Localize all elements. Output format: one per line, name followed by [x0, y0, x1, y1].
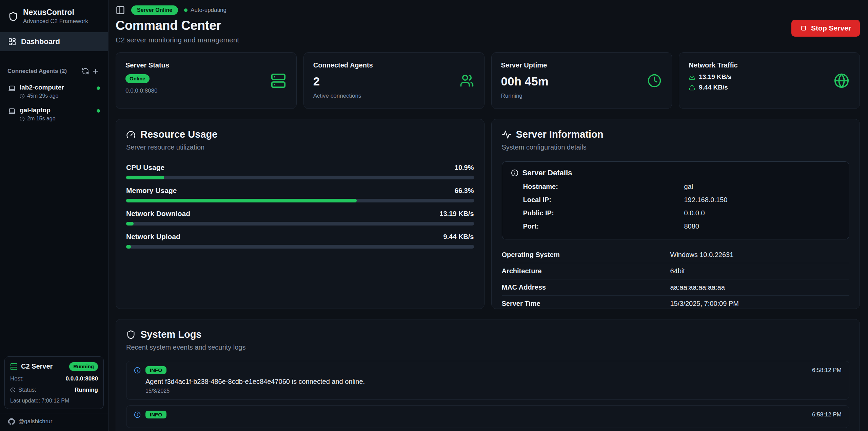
add-agent-button[interactable]	[91, 66, 101, 76]
shield-icon	[126, 330, 136, 339]
progress-fill	[126, 245, 131, 249]
clock-icon	[20, 94, 25, 99]
refresh-agents-button[interactable]	[80, 66, 91, 76]
server-online-badge: Server Online	[131, 5, 178, 15]
progress-bar	[126, 176, 474, 179]
plus-icon	[92, 67, 99, 75]
resource-metrics: CPU Usage 10.9% Memory Usage 66.3%	[126, 163, 474, 249]
download-value: 13.19 KB/s	[699, 73, 731, 81]
info-row-architecture: Architecture 64bit	[502, 263, 850, 279]
stop-server-label: Stop Server	[811, 24, 851, 32]
network-upload-row: 9.44 KB/s	[689, 84, 850, 91]
app-name: NexusControl	[23, 8, 88, 17]
resource-usage-subtitle: Server resource utilization	[126, 143, 474, 151]
auto-updating-dot	[184, 8, 188, 12]
stat-value: 00h 45m	[501, 75, 663, 88]
metric-value: 13.19 KB/s	[439, 210, 474, 218]
info-label: Architecture	[502, 267, 670, 275]
server-details-title: Server Details	[522, 169, 572, 177]
detail-value: 0.0.0.0	[684, 209, 705, 217]
shield-icon	[8, 12, 18, 22]
upload-icon	[689, 84, 695, 91]
log-message: Agent f3d4ac1f-b238-486e-8cdb-e1ec84e470…	[145, 378, 842, 386]
detail-label: Local IP:	[523, 196, 684, 204]
stop-square-icon	[800, 25, 807, 32]
log-entry: INFO 6:58:12 PM Agent f3d4ac1f-b238-486e…	[126, 361, 849, 400]
server-info-rows: Operating System Windows 10.0.22631 Arch…	[502, 247, 850, 312]
agent-item-gal-laptop[interactable]: gal-laptop 2m 15s ago	[3, 104, 105, 124]
agent-item-lab2-computer[interactable]: lab2-computer 45m 29s ago	[3, 81, 105, 102]
server-running-badge: Running	[69, 362, 98, 371]
agent-online-dot	[97, 86, 100, 90]
server-status-card: Server Status Online 0.0.0.0:8080	[116, 52, 297, 109]
log-level-badge: INFO	[145, 366, 166, 374]
progress-fill	[126, 222, 134, 226]
metric-cpu: CPU Usage 10.9%	[126, 163, 474, 179]
server-info-title: Server Information	[516, 129, 604, 140]
system-logs-title: System Logs	[140, 329, 202, 340]
agent-name: lab2-computer	[20, 84, 64, 91]
laptop-icon	[8, 84, 16, 92]
progress-fill	[126, 199, 357, 202]
metric-memory: Memory Usage 66.3%	[126, 187, 474, 202]
stop-server-button[interactable]: Stop Server	[791, 20, 860, 37]
status-value: Running	[75, 387, 98, 393]
github-icon	[8, 418, 15, 425]
server-icon	[271, 73, 286, 89]
progress-bar	[126, 222, 474, 226]
log-level-badge: INFO	[145, 411, 166, 418]
server-host-row: Host: 0.0.0.0:8080	[10, 375, 98, 382]
info-value: Windows 10.0.22631	[670, 251, 734, 259]
agent-last-seen: 2m 15s ago	[27, 116, 56, 122]
clock-icon	[20, 116, 25, 121]
main-content: Server Online Auto-updating Command Cent…	[108, 0, 868, 431]
auto-updating-label: Auto-updating	[191, 7, 226, 14]
network-traffic-card: Network Traffic 13.19 KB/s 9.44 KB/s	[679, 52, 860, 109]
info-row-os: Operating System Windows 10.0.22631	[502, 247, 850, 263]
info-label: Server Time	[502, 300, 670, 308]
sidebar-footer: @galshichrur	[0, 413, 108, 431]
activity-icon	[502, 130, 511, 139]
log-time: 6:58:12 PM	[812, 367, 842, 374]
agent-online-dot	[97, 109, 100, 113]
server-information-panel: Server Information System configuration …	[491, 119, 860, 309]
progress-bar	[126, 245, 474, 249]
metric-label: Memory Usage	[126, 187, 177, 195]
info-row-mac: MAC Address aa:aa:aa:aa:aa:aa	[502, 279, 850, 296]
users-icon	[460, 74, 474, 88]
stats-row: Server Status Online 0.0.0.0:8080 Connec…	[116, 52, 860, 109]
stat-value: 2	[313, 75, 475, 88]
server-status-row: Status: Running	[10, 387, 98, 393]
stat-label: Server Uptime	[501, 61, 663, 69]
metric-label: Network Upload	[126, 233, 180, 241]
metric-network-download: Network Download 13.19 KB/s	[126, 210, 474, 226]
info-icon	[511, 169, 518, 177]
server-icon	[10, 363, 18, 370]
resource-usage-title: Resource Usage	[140, 129, 217, 140]
info-value: 64bit	[670, 267, 685, 275]
app-root: NexusControl Advanced C2 Framework Dashb…	[0, 0, 868, 431]
connected-agents-card: Connected Agents 2 Active connections	[303, 52, 485, 109]
detail-label: Hostname:	[523, 183, 684, 191]
detail-label: Port:	[523, 222, 684, 230]
agent-last-seen: 45m 29s ago	[27, 93, 59, 99]
host-label: Host:	[10, 375, 24, 382]
dashboard-grid-icon	[8, 38, 16, 46]
online-badge: Online	[125, 74, 150, 83]
metric-value: 66.3%	[455, 187, 474, 195]
progress-bar	[126, 199, 474, 202]
info-icon	[134, 367, 141, 374]
app-tagline: Advanced C2 Framework	[23, 18, 88, 25]
info-label: MAC Address	[502, 283, 670, 291]
info-value: 15/3/2025, 7:00:09 PM	[670, 300, 739, 308]
page-header: Command Center C2 server monitoring and …	[116, 18, 860, 44]
download-icon	[689, 74, 695, 80]
progress-fill	[126, 176, 164, 179]
refresh-icon	[82, 67, 89, 75]
system-logs-subtitle: Recent system events and security logs	[126, 344, 849, 351]
sidebar-toggle-button[interactable]	[116, 5, 125, 15]
sidebar-item-dashboard[interactable]: Dashboard	[0, 32, 108, 51]
detail-value: gal	[684, 183, 693, 191]
info-icon	[134, 411, 141, 418]
github-handle[interactable]: @galshichrur	[18, 418, 52, 425]
